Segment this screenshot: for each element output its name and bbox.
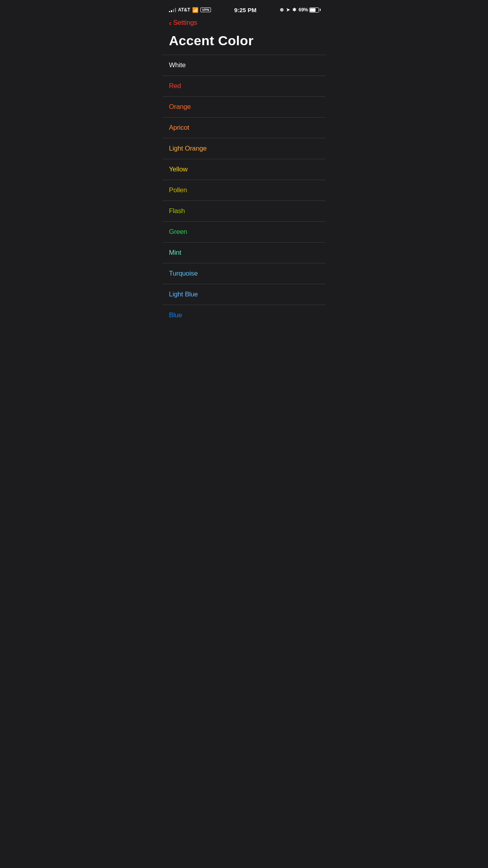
list-item[interactable]: Mint <box>163 243 325 263</box>
status-bar: AT&T 📶 VPN 9:25 PM ⊕ ➤ ✱ 69% <box>163 0 325 17</box>
list-item[interactable]: Green <box>163 222 325 243</box>
wifi-icon: 📶 <box>192 7 198 13</box>
status-right: ⊕ ➤ ✱ 69% <box>280 7 319 13</box>
nav-bar: ‹ Settings <box>163 17 325 30</box>
battery-container: 69% <box>299 7 319 13</box>
carrier-label: AT&T <box>178 7 190 13</box>
back-label: Settings <box>173 19 197 27</box>
vpn-badge: VPN <box>200 7 211 12</box>
battery-icon <box>309 7 319 13</box>
time-display: 9:25 PM <box>234 7 257 13</box>
status-left: AT&T 📶 VPN <box>169 7 211 13</box>
list-item[interactable]: Orange <box>163 97 325 118</box>
location-icon: ⊕ <box>280 7 284 13</box>
list-item[interactable]: Pollen <box>163 180 325 201</box>
list-item[interactable]: Light Blue <box>163 284 325 305</box>
list-item[interactable]: Light Orange <box>163 138 325 159</box>
list-item[interactable]: Red <box>163 76 325 97</box>
chevron-left-icon: ‹ <box>169 19 172 27</box>
navigation-icon: ➤ <box>286 7 290 13</box>
list-item[interactable]: Turquoise <box>163 263 325 284</box>
page-title: Accent Color <box>163 30 325 55</box>
signal-bars-icon <box>169 7 176 12</box>
back-button[interactable]: ‹ Settings <box>169 19 197 27</box>
list-item[interactable]: Yellow <box>163 159 325 180</box>
battery-fill <box>310 8 316 12</box>
list-item[interactable]: White <box>163 55 325 76</box>
list-item[interactable]: Blue <box>163 305 325 326</box>
list-item[interactable]: Flash <box>163 201 325 222</box>
bluetooth-icon: ✱ <box>292 7 296 13</box>
list-item[interactable]: Apricot <box>163 118 325 138</box>
battery-percent: 69% <box>299 7 308 13</box>
color-list: WhiteRedOrangeApricotLight OrangeYellowP… <box>163 55 325 326</box>
